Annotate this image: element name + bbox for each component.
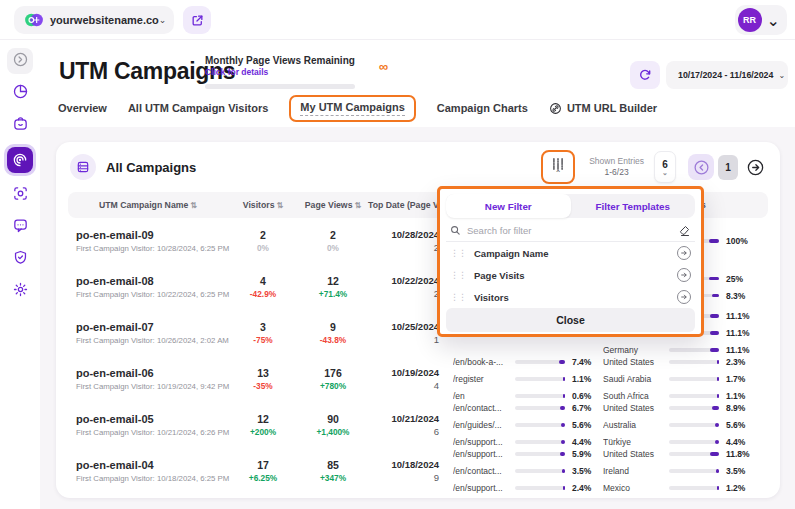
arrow-right-circle-icon[interactable]	[677, 268, 691, 282]
pagination: 1	[688, 154, 768, 180]
sidebar-item-messages[interactable]	[7, 214, 33, 240]
sidebar-item-settings[interactable]	[7, 278, 33, 304]
first-visitor-subtitle: First Campaign Visitor: 10/26/2024, 2:02…	[76, 336, 228, 345]
filter-option-visitors[interactable]: ⋮⋮Visitors	[446, 286, 695, 308]
column-header-page-views[interactable]: Page Views⇅	[298, 200, 368, 210]
close-filter-button[interactable]: Close	[446, 308, 695, 332]
visitors-value: 2	[228, 229, 298, 241]
sidebar-item-tracking[interactable]	[7, 182, 33, 208]
percentage-bar	[669, 440, 719, 444]
country-cell: United States11.8%Ireland3.5%Mexico1.2%	[603, 448, 768, 494]
country-percentage: 100%	[726, 236, 748, 246]
drag-handle-icon[interactable]: ⋮⋮	[450, 270, 466, 280]
page-views-cell: 9-43.8%	[298, 321, 368, 345]
sort-icon: ⇅	[190, 201, 197, 210]
chevron-down-icon: ⌄	[159, 15, 167, 25]
top-date-count: 2	[368, 288, 439, 299]
table-icon	[70, 154, 96, 180]
shown-entries: Shown Entries 1-6/23	[589, 156, 644, 179]
top-page-cell: /en/support...5.9%/en/contact...3.5%/en/…	[453, 448, 603, 494]
sidebar-item-analytics[interactable]	[7, 80, 33, 106]
sidebar-item-privacy[interactable]	[7, 246, 33, 272]
country-percentage: 1.7%	[726, 374, 745, 384]
quota-details-link[interactable]: Click for details	[205, 67, 360, 77]
visitors-cell: 4-42.9%	[228, 275, 298, 299]
top-page-label: /en	[453, 391, 513, 401]
site-selector[interactable]: yourwebsitename.co ⌄	[14, 6, 174, 34]
top-page-label: /en/book-a-...	[453, 357, 513, 367]
country-label: United States	[603, 449, 667, 459]
sidebar-item-toggle[interactable]	[7, 48, 33, 74]
visitors-value: 17	[228, 459, 298, 471]
page-views-cell: 20%	[298, 229, 368, 253]
page-number[interactable]: 1	[718, 155, 738, 180]
drag-handle-icon[interactable]: ⋮⋮	[450, 292, 466, 302]
top-page-percentage: 0.6%	[572, 391, 591, 401]
top-date-cell: 10/21/20246	[368, 413, 453, 437]
tab-all-utm-campaign-visitors[interactable]: All UTM Campaign Visitors	[128, 102, 268, 114]
filter-search-input[interactable]	[467, 225, 673, 236]
percentage-bar-fill	[563, 377, 565, 381]
percentage-bar-fill	[561, 423, 565, 427]
previous-page-button[interactable]	[688, 154, 714, 180]
sidebar	[0, 40, 40, 509]
percentage-bar	[515, 486, 565, 490]
filter-popup-tab-new-filter[interactable]: New Filter	[446, 194, 571, 218]
section-title: All Campaigns	[106, 160, 541, 175]
sidebar-item-utm-campaigns[interactable]	[4, 144, 36, 176]
country-label: South Africa	[603, 391, 667, 401]
column-header-visitors[interactable]: Visitors⇅	[228, 200, 298, 210]
filter-option-campaign-name[interactable]: ⋮⋮Campaign Name	[446, 242, 695, 264]
tab-overview[interactable]: Overview	[58, 102, 107, 114]
top-date-value: 10/18/2024	[368, 459, 439, 470]
arrow-right-circle-icon[interactable]	[677, 290, 691, 304]
top-page-label: /en/guides/...	[453, 420, 513, 430]
date-range-picker[interactable]: 10/17/2024 - 11/16/2024 ⌄	[666, 61, 788, 89]
drag-handle-icon[interactable]: ⋮⋮	[450, 248, 466, 258]
table-row[interactable]: po-en-email-04First Campaign Visitor: 10…	[68, 448, 768, 494]
page-size-select[interactable]: 6 ⌄	[654, 151, 676, 183]
filter-button[interactable]: ⌃	[541, 150, 575, 184]
percentage-bar-fill	[715, 423, 719, 427]
percentage-bar-fill	[562, 469, 565, 473]
eraser-icon[interactable]	[679, 225, 691, 237]
arrow-right-circle-icon[interactable]	[677, 246, 691, 260]
top-page-label: /en/support...	[453, 483, 513, 493]
top-page-entry: /register1.1%	[453, 373, 603, 385]
filter-popup-tab-filter-templates[interactable]: Filter Templates	[571, 194, 696, 218]
visitors-value: 3	[228, 321, 298, 333]
table-row[interactable]: po-en-email-06First Campaign Visitor: 10…	[68, 356, 768, 402]
top-date-value: 10/21/2024	[368, 413, 439, 424]
percentage-bar	[669, 394, 719, 398]
page-views-change: -43.8%	[298, 335, 368, 345]
tab-utm-url-builder[interactable]: UTM URL Builder	[549, 102, 657, 115]
chevron-down-icon: ⌄	[778, 71, 785, 80]
top-page-percentage: 2.4%	[572, 483, 591, 493]
visitors-cell: 20%	[228, 229, 298, 253]
sidebar-item-inbox[interactable]	[7, 112, 33, 138]
user-menu[interactable]: RR ⌄	[735, 5, 787, 35]
visitors-cell: 13-35%	[228, 367, 298, 391]
top-page-entry: /en/contact...3.5%	[453, 465, 603, 477]
campaign-name-cell: po-en-email-08First Campaign Visitor: 10…	[68, 275, 228, 299]
tab-campaign-charts[interactable]: Campaign Charts	[437, 102, 528, 114]
page-views-cell: 90+1,400%	[298, 413, 368, 437]
table-row[interactable]: po-en-email-05First Campaign Visitor: 10…	[68, 402, 768, 448]
campaign-name: po-en-email-09	[76, 229, 228, 241]
next-page-button[interactable]	[742, 154, 768, 180]
percentage-bar-fill	[563, 486, 565, 490]
percentage-bar-fill	[709, 277, 719, 281]
toggle-icon	[12, 51, 29, 71]
open-website-button[interactable]	[183, 6, 211, 34]
page-views-value: 2	[298, 229, 368, 241]
page-views-change: +71.4%	[298, 289, 368, 299]
page-views-value: 176	[298, 367, 368, 379]
top-page-label: /en/contact...	[453, 403, 513, 413]
column-header-utm-campaign-name[interactable]: UTM Campaign Name⇅	[68, 200, 228, 210]
top-date-value: 10/22/2024	[368, 275, 439, 286]
filter-option-page-visits[interactable]: ⋮⋮Page Visits	[446, 264, 695, 286]
tab-my-utm-campaigns[interactable]: My UTM Campaigns	[289, 95, 416, 122]
top-page-percentage: 5.9%	[572, 449, 591, 459]
visitors-cell: 17+6.25%	[228, 459, 298, 483]
refresh-button[interactable]	[630, 61, 660, 89]
